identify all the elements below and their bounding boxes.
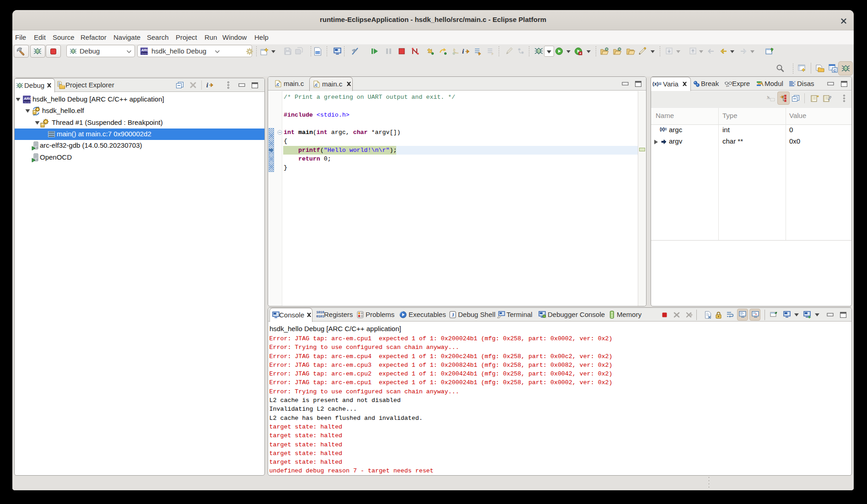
svg-text:010: 010 [316, 51, 320, 54]
svg-text:Synopsys: Synopsys [141, 52, 149, 54]
svg-text:J: J [452, 312, 454, 317]
svg-text:x=: x= [726, 85, 729, 87]
svg-text:Synopsys: Synopsys [24, 101, 31, 103]
svg-text:x: x [767, 95, 770, 100]
svg-text:.c: .c [314, 82, 318, 87]
svg-text:i: i [462, 48, 464, 55]
svg-text:.c: .c [275, 82, 280, 87]
svg-text:i: i [206, 82, 208, 89]
svg-text:C: C [834, 69, 836, 73]
